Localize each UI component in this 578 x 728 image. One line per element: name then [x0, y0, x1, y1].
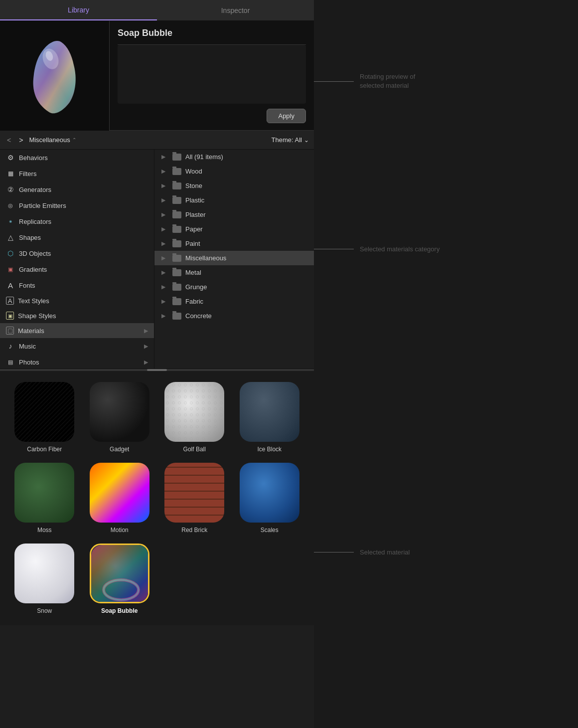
sidebar-item-photos[interactable]: ▤ Photos ▶	[0, 354, 154, 368]
annotation-text-rotating: Rotating preview of selected material	[354, 72, 415, 90]
preview-desc	[118, 45, 306, 104]
back-arrow[interactable]: <	[5, 135, 13, 145]
tab-library[interactable]: Library	[0, 0, 157, 20]
category-concrete[interactable]: ▶ Concrete	[154, 309, 314, 323]
text-styles-icon: A	[6, 297, 14, 305]
golf-pattern	[164, 382, 224, 442]
tab-bar: Library Inspector	[0, 0, 314, 21]
category-miscellaneous[interactable]: ▶ Miscellaneous	[154, 251, 314, 265]
category-wood[interactable]: ▶ Wood	[154, 164, 314, 179]
material-motion[interactable]: Motion	[83, 460, 156, 537]
misc-arrow: ▶	[161, 255, 165, 261]
filters-icon: ▦	[6, 169, 15, 178]
annotation-line-3	[314, 552, 354, 552]
material-moss[interactable]: Moss	[8, 460, 81, 537]
sidebar-item-shapes[interactable]: △ Shapes	[0, 229, 154, 245]
sidebar-item-particle-emitters[interactable]: ◎ Particle Emitters	[0, 197, 154, 213]
theme-selector[interactable]: Theme: All ⌄	[272, 136, 309, 144]
sidebar-item-fonts[interactable]: A Fonts	[0, 277, 154, 293]
ice-block-thumb	[240, 382, 299, 442]
sidebar-item-shape-styles[interactable]: ▣ Shape Styles	[0, 308, 154, 323]
category-plastic[interactable]: ▶ Plastic	[154, 193, 314, 207]
snow-thumb	[14, 544, 74, 603]
3d-objects-icon: ⬡	[6, 249, 15, 258]
svg-rect-5	[91, 545, 149, 603]
material-golf-ball[interactable]: Golf Ball	[158, 379, 231, 456]
material-carbon-fiber[interactable]: Carbon Fiber	[8, 379, 81, 456]
material-ice-block[interactable]: Ice Block	[233, 379, 306, 456]
shape-styles-icon: ▣	[6, 312, 14, 320]
wood-arrow: ▶	[161, 168, 165, 175]
motion-thumb	[90, 463, 149, 523]
ice-block-label: Ice Block	[257, 446, 282, 453]
preview-thumbnail	[0, 21, 110, 131]
annotation-selected-material: Selected material	[314, 548, 410, 556]
category-metal[interactable]: ▶ Metal	[154, 265, 314, 280]
stone-arrow: ▶	[161, 182, 165, 189]
category-fabric[interactable]: ▶ Fabric	[154, 294, 314, 309]
category-plaster[interactable]: ▶ Plaster	[154, 207, 314, 222]
carbon-fiber-thumb	[14, 382, 74, 442]
sidebar-item-replicators[interactable]: ⁕ Replicators	[0, 213, 154, 229]
nav-breadcrumb[interactable]: Miscellaneous ⌃	[29, 136, 76, 144]
paint-arrow: ▶	[161, 240, 165, 247]
sidebar-item-music[interactable]: ♪ Music ▶	[0, 338, 154, 354]
preview-info: Soap Bubble Apply	[110, 21, 314, 130]
behaviors-icon: ⚙	[6, 153, 15, 162]
category-paint[interactable]: ▶ Paint	[154, 236, 314, 251]
scales-label: Scales	[261, 527, 279, 534]
category-stone[interactable]: ▶ Stone	[154, 179, 314, 193]
concrete-arrow: ▶	[161, 313, 165, 319]
plaster-arrow: ▶	[161, 211, 165, 218]
tab-inspector[interactable]: Inspector	[157, 0, 314, 20]
forward-arrow[interactable]: >	[17, 135, 25, 145]
category-all[interactable]: ▶ All (91 items)	[154, 150, 314, 164]
main-panel: Library Inspector	[0, 0, 314, 728]
sidebar-item-gradients[interactable]: ▣ Gradients	[0, 261, 154, 277]
metal-arrow: ▶	[161, 269, 165, 276]
annotation-line-2	[314, 249, 354, 249]
motion-label: Motion	[111, 527, 129, 534]
misc-folder-icon	[172, 255, 181, 262]
material-scales[interactable]: Scales	[233, 460, 306, 537]
category-grunge[interactable]: ▶ Grunge	[154, 280, 314, 294]
sidebar-item-3d-objects[interactable]: ⬡ 3D Objects	[0, 245, 154, 261]
fabric-arrow: ▶	[161, 298, 165, 305]
snow-label: Snow	[37, 607, 52, 614]
material-red-brick[interactable]: Red Brick	[158, 460, 231, 537]
sidebar-item-generators[interactable]: ② Generators	[0, 182, 154, 197]
soap-bubble-thumb	[90, 544, 149, 603]
material-gadget[interactable]: Gadget	[83, 379, 156, 456]
paper-folder-icon	[172, 226, 181, 233]
sidebar-item-materials[interactable]: ▢ Materials ▶	[0, 323, 154, 338]
annotation-line-1	[314, 81, 354, 82]
gadget-label: Gadget	[110, 446, 129, 453]
golf-ball-thumb	[164, 382, 224, 442]
annotation-rotating-preview: Rotating preview of selected material	[314, 72, 415, 90]
paint-folder-icon	[172, 240, 181, 247]
concrete-folder-icon	[172, 313, 181, 320]
apply-button[interactable]: Apply	[267, 109, 306, 123]
materials-grid: Carbon Fiber Gadget Golf Ball	[0, 371, 314, 625]
soap-overlay	[91, 545, 149, 603]
svg-rect-3	[164, 382, 224, 442]
metal-folder-icon	[172, 269, 181, 276]
preview-area: Soap Bubble Apply	[0, 21, 314, 131]
material-snow[interactable]: Snow	[8, 541, 81, 617]
annotations-panel: Rotating preview of selected material Se…	[314, 0, 578, 728]
preview-image	[27, 33, 82, 118]
material-soap-bubble[interactable]: Soap Bubble	[83, 541, 156, 617]
nav-bar: < > Miscellaneous ⌃ Theme: All ⌄	[0, 131, 314, 150]
photos-arrow: ▶	[144, 359, 148, 365]
list-area: ⚙ Behaviors ▦ Filters ② Generators ◎ Par…	[0, 150, 314, 369]
wood-folder-icon	[172, 168, 181, 175]
sidebar-item-text-styles[interactable]: A Text Styles	[0, 293, 154, 308]
annotation-text-material: Selected material	[354, 548, 410, 556]
sidebar-item-behaviors[interactable]: ⚙ Behaviors	[0, 150, 154, 166]
category-paper[interactable]: ▶ Paper	[154, 222, 314, 236]
left-list: ⚙ Behaviors ▦ Filters ② Generators ◎ Par…	[0, 150, 154, 368]
replicators-icon: ⁕	[6, 217, 15, 226]
gradients-icon: ▣	[6, 265, 15, 274]
sidebar-item-filters[interactable]: ▦ Filters	[0, 166, 154, 182]
plastic-arrow: ▶	[161, 197, 165, 203]
